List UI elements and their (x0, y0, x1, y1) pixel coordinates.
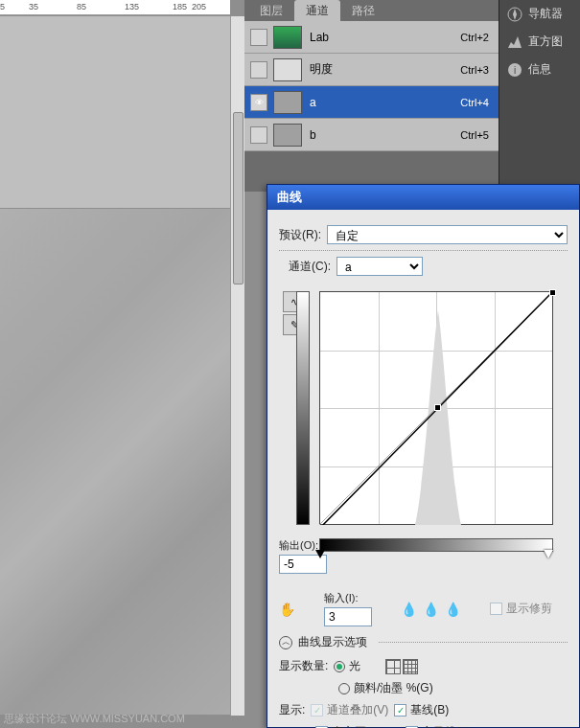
hist-label: 直方图 (528, 34, 563, 50)
channel-thumb (273, 26, 302, 49)
white-slider[interactable] (544, 550, 553, 558)
pigment-radio[interactable]: 颜料/油墨 %(G) (338, 680, 433, 696)
channel-row-lightness[interactable]: 明度 Ctrl+3 (244, 54, 499, 86)
channel-row-a[interactable]: a Ctrl+4 (244, 86, 499, 119)
canvas-blank-area (0, 16, 230, 208)
overlay-check[interactable]: 通道叠加(V) (311, 702, 388, 718)
channel-label: 通道(C): (289, 259, 331, 275)
horizontal-ruler: 5 35 85 135 185 205 (0, 0, 230, 15)
visibility-toggle[interactable] (250, 29, 267, 46)
channel-thumb (273, 91, 302, 114)
canvas-image[interactable] (0, 209, 230, 715)
baseline-check[interactable]: 基线(B) (394, 702, 449, 718)
visibility-toggle[interactable] (250, 61, 267, 79)
white-eyedropper[interactable]: 💧 (445, 602, 461, 617)
channel-row-b[interactable]: b Ctrl+5 (244, 119, 499, 151)
tab-paths[interactable]: 路径 (340, 0, 386, 21)
black-eyedropper[interactable]: 💧 (401, 602, 417, 617)
tab-channels[interactable]: 通道 (294, 0, 340, 21)
channel-row-lab[interactable]: Lab Ctrl+2 (244, 21, 499, 54)
channel-name: Lab (310, 31, 460, 44)
tab-layers[interactable]: 图层 (248, 0, 294, 21)
display-options-toggle[interactable]: ︿ 曲线显示选项 (279, 634, 568, 650)
panel-tabstrip: 图层 通道 路径 (244, 0, 499, 21)
input-label: 输入(I): (324, 591, 372, 605)
curve-editor[interactable]: ∿ ✎ (313, 282, 553, 535)
checkbox-icon (490, 603, 502, 615)
grid-coarse-button[interactable] (385, 659, 401, 674)
channel-list: Lab Ctrl+2 明度 Ctrl+3 a Ctrl+4 b Ctrl+5 (244, 21, 499, 151)
channel-shortcut: Ctrl+4 (460, 97, 489, 108)
target-adjust-tool[interactable]: ✋ (279, 602, 295, 617)
input-input[interactable] (324, 607, 372, 626)
preset-select[interactable]: 自定 (327, 225, 568, 244)
channel-name: 明度 (310, 61, 460, 78)
histogram-shape (415, 310, 461, 525)
output-gradient (296, 291, 310, 525)
channel-shortcut: Ctrl+3 (460, 64, 489, 76)
channel-name: a (310, 96, 460, 109)
vertical-scrollbar[interactable] (230, 16, 244, 716)
svg-text:i: i (514, 65, 516, 76)
amount-label: 显示数量: (279, 658, 328, 674)
right-icon-panel: 导航器 直方图 i 信息 (499, 0, 580, 192)
curve-point-mid[interactable] (434, 404, 441, 411)
histogram-icon (507, 34, 522, 50)
visibility-toggle[interactable] (250, 126, 267, 144)
show-clipping-check[interactable]: 显示修剪 (490, 601, 552, 617)
grid-fine-button[interactable] (403, 659, 418, 674)
info-label: 信息 (528, 61, 551, 78)
chevron-up-icon: ︿ (279, 636, 292, 649)
compass-icon (507, 7, 522, 22)
dialog-titlebar[interactable]: 曲线 (267, 185, 579, 210)
channel-thumb (273, 124, 302, 147)
watermark-text: 思缘设计论坛 WWW.MISSYUAN.COM (4, 712, 185, 726)
visibility-toggle[interactable] (250, 94, 267, 111)
input-gradient (319, 538, 553, 552)
histogram-button[interactable]: 直方图 (499, 28, 580, 56)
info-icon: i (507, 62, 522, 78)
channel-select[interactable]: a (336, 257, 423, 276)
info-button[interactable]: i 信息 (499, 56, 580, 83)
gray-eyedropper[interactable]: 💧 (423, 602, 439, 617)
preset-label: 预设(R): (279, 227, 321, 243)
channel-shortcut: Ctrl+2 (460, 32, 489, 43)
show-label: 显示: (279, 702, 305, 718)
curve-point-white[interactable] (549, 289, 556, 296)
channel-thumb (273, 58, 302, 81)
curves-dialog: 曲线 预设(R): 自定 通道(C): a ∿ ✎ (267, 184, 580, 728)
channel-shortcut: Ctrl+5 (460, 129, 489, 141)
light-radio[interactable]: 光 (334, 658, 360, 674)
black-slider[interactable] (315, 550, 325, 558)
channels-panel: 图层 通道 路径 Lab Ctrl+2 明度 Ctrl+3 a Ctrl+4 b… (244, 0, 499, 192)
intersection-check[interactable]: 交叉线(N) (406, 724, 473, 728)
histogram-check[interactable]: 直方图(H) (315, 724, 383, 728)
scroll-thumb[interactable] (233, 112, 244, 284)
navigator-button[interactable]: 导航器 (499, 0, 580, 28)
channel-name: b (310, 128, 460, 142)
nav-label: 导航器 (528, 6, 563, 22)
